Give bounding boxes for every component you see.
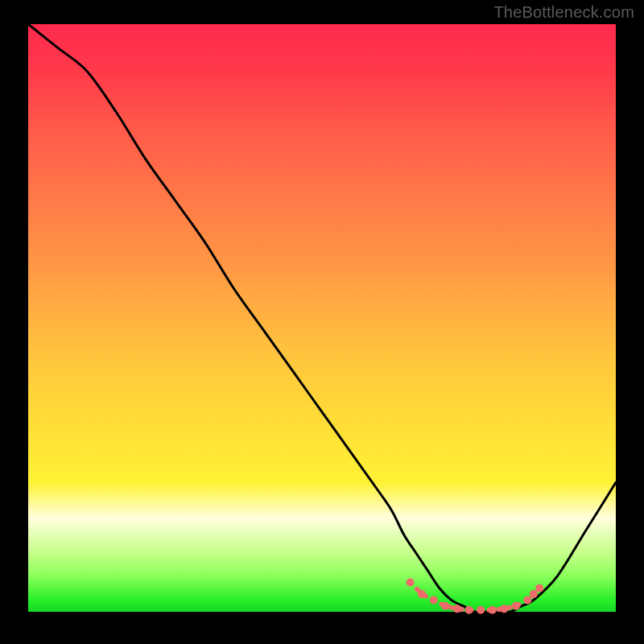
curve-svg: [28, 24, 616, 612]
marker-connector: [411, 583, 540, 610]
marker-group: [407, 579, 544, 614]
marker-dot: [535, 584, 543, 592]
bottleneck-curve: [28, 24, 616, 613]
watermark-text: TheBottleneck.com: [493, 3, 634, 22]
marker-dot: [530, 590, 538, 598]
marker-dot: [489, 606, 497, 614]
marker-dot: [407, 579, 415, 587]
marker-dot: [465, 606, 473, 614]
marker-dot: [430, 596, 438, 604]
marker-dot: [500, 605, 508, 613]
marker-dot: [441, 602, 449, 610]
marker-dot: [477, 606, 485, 614]
marker-dot: [524, 596, 532, 604]
plot-area: [28, 24, 616, 612]
marker-dot: [453, 605, 461, 613]
marker-dot: [418, 590, 426, 598]
chart-frame: TheBottleneck.com: [0, 0, 644, 644]
marker-dot: [512, 602, 520, 610]
